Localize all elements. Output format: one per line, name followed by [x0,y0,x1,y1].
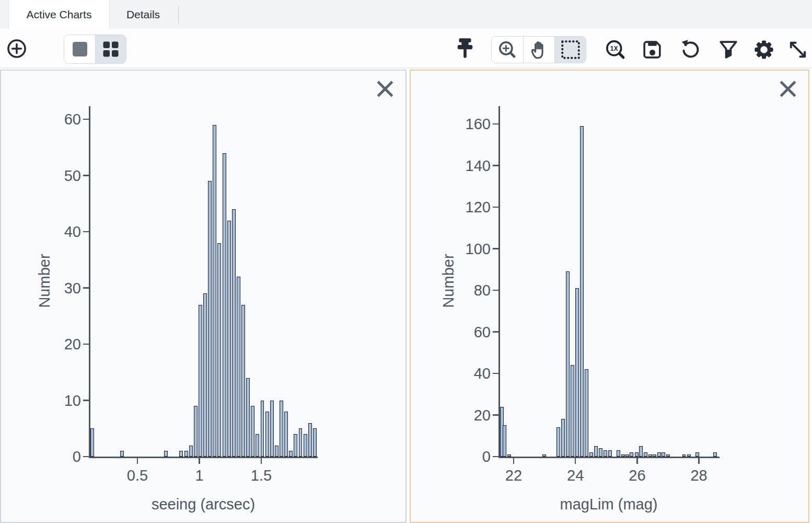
y-tick-label: 40 [443,365,491,382]
y-tick-mark [83,456,89,458]
x-tick-mark [261,458,262,464]
histogram-bar [261,401,264,457]
x-tick-mark [636,458,638,464]
y-tick-mark [83,175,89,176]
x-tick-label: 1.5 [235,467,287,484]
histogram-bar [566,271,570,457]
add-chart-icon [6,38,28,60]
x-axis-title: magLim (mag) [504,496,713,513]
histogram-bar [208,181,212,457]
y-tick-label: 140 [443,157,491,175]
y-tick-label: 120 [443,198,491,216]
x-tick-mark [513,458,515,464]
histogram-bar [265,412,269,457]
save-icon [641,38,664,61]
x-tick-label: 28 [673,467,725,484]
y-tick-mark [493,290,498,291]
histogram-bar [251,406,254,457]
refresh-chart-button[interactable] [678,37,703,62]
y-tick-mark [83,400,89,401]
histogram-bar [246,378,250,457]
mouse-mode-toggle [491,36,586,63]
tab-details[interactable]: Details [109,0,177,29]
tab-bar: Active Charts Details [0,0,812,29]
filter-chart-button[interactable] [716,37,741,62]
histogram-bar [657,452,661,457]
histogram-bar [589,452,593,457]
save-chart-button[interactable] [640,37,665,62]
grid-layout-icon [100,39,121,60]
histogram-bar [639,446,643,457]
tab-label: Active Charts [27,8,92,21]
histogram-bar [199,305,202,457]
x-tick-label: 26 [611,467,663,484]
histogram-bar [270,401,274,457]
histogram-bar [164,451,168,457]
pan-hand-icon [528,39,550,61]
histogram-bar [256,434,259,457]
expand-chart-button[interactable] [785,37,810,62]
tab-active-charts[interactable]: Active Charts [8,0,110,29]
y-axis-line [498,106,500,458]
x-axis-title: seeing (arcsec) [99,496,308,513]
histogram-bar [299,428,303,457]
histogram-bar [556,427,560,457]
y-tick-label: 160 [443,115,491,133]
histogram-bar [237,277,240,457]
y-tick-mark [83,231,89,233]
histogram-bar [503,425,506,457]
close-chart-button[interactable] [779,80,797,98]
histogram-bar [284,412,288,457]
charts-area: seeing (arcsec) Number 01020304050600.51… [0,70,812,523]
x-tick-mark [137,458,138,464]
y-tick-label: 20 [33,335,81,353]
x-tick-mark [575,458,576,464]
pan-mode-button[interactable] [523,37,554,63]
single-layout-icon [69,39,90,60]
histogram-bar [644,452,647,457]
y-tick-label: 60 [443,323,491,341]
chart-panel-maglim[interactable]: magLim (mag) Number 02040608010012014016… [410,70,809,523]
histogram-bar [184,451,188,457]
y-tick-mark [493,456,498,458]
y-tick-label: 50 [33,167,81,185]
y-tick-label: 0 [33,448,81,465]
grid-layout-button[interactable] [95,35,126,63]
add-chart-button[interactable] [5,37,28,60]
histogram-bar [575,288,579,457]
histogram-bar [90,428,94,457]
y-tick-label: 30 [33,279,81,297]
histogram-bar [630,452,633,457]
pin-chart-button[interactable] [453,36,478,61]
pin-icon [454,37,477,60]
x-tick-mark [698,458,700,464]
zoom-reset-1x-icon: 1X [604,38,627,61]
box-select-mode-button[interactable] [554,37,586,63]
chart-settings-button[interactable] [751,37,776,62]
histogram-bar [599,448,602,457]
x-tick-label: 1 [173,467,226,484]
y-tick-label: 0 [443,448,491,465]
y-tick-mark [493,165,498,166]
histogram-bar [179,451,183,457]
histogram-bar [203,293,207,457]
histogram-bar [275,446,279,457]
y-tick-mark [83,287,89,289]
y-tick-mark [493,331,498,333]
histogram-bar [635,452,639,457]
histogram-bar [580,126,584,457]
close-chart-button[interactable] [376,80,394,98]
zoom-in-mode-button[interactable] [492,37,523,63]
zoom-original-button[interactable]: 1X [603,37,628,62]
histogram-bar [604,450,607,457]
refresh-icon [679,38,702,61]
histogram-bar [571,365,574,457]
histogram-bar [280,401,283,457]
histogram-bar [608,450,612,457]
x-axis-line [89,457,318,458]
tab-label: Details [126,8,160,21]
y-tick-mark [493,414,498,416]
chart-panel-seeing[interactable]: seeing (arcsec) Number 01020304050600.51… [0,70,407,523]
settings-gear-icon [752,38,775,61]
single-layout-button[interactable] [64,35,95,63]
